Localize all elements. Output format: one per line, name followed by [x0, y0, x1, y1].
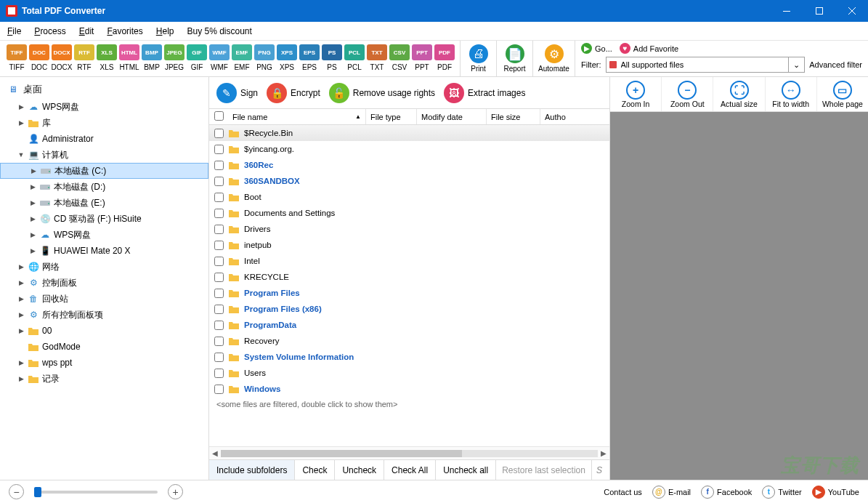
row-checkbox[interactable] — [214, 369, 224, 378]
row-checkbox[interactable] — [214, 289, 224, 298]
tree-toggle-icon[interactable]: ▶ — [17, 375, 25, 382]
tree-library[interactable]: ▶库 — [0, 115, 208, 131]
col-size[interactable]: File size — [487, 109, 540, 124]
zoom-slider[interactable] — [34, 491, 158, 494]
row-checkbox[interactable] — [214, 209, 224, 218]
row-checkbox[interactable] — [214, 353, 224, 362]
tree-toggle-icon[interactable]: ▶ — [29, 215, 36, 222]
menu-edit[interactable]: Edit — [79, 26, 94, 36]
tree-control[interactable]: ▶⚙控制面板 — [0, 275, 208, 291]
tree-toggle-icon[interactable]: ▶ — [29, 231, 36, 238]
advanced-filter-link[interactable]: Advanced filter — [809, 60, 862, 69]
row-checkbox[interactable] — [214, 257, 224, 266]
tree-godmode[interactable]: GodMode — [0, 339, 208, 355]
actual-size-button[interactable]: ⛶Actual size — [713, 77, 765, 111]
select-all-checkbox[interactable] — [214, 111, 224, 121]
tree-jilu[interactable]: ▶记录 — [0, 371, 208, 387]
encrypt-button[interactable]: 🔒Encrypt — [267, 83, 320, 103]
menu-help[interactable]: Help — [156, 26, 174, 36]
tab-uncheck[interactable]: Uncheck — [335, 460, 384, 480]
filtered-note[interactable]: <some files are filtered, double click t… — [209, 397, 609, 411]
tree-toggle-icon[interactable]: ▶ — [17, 103, 25, 110]
format-wmf[interactable]: WMFWMF — [208, 42, 230, 76]
tree-drive-d[interactable]: ▶本地磁盘 (D:) — [0, 179, 208, 195]
tree-drive-e[interactable]: ▶本地磁盘 (E:) — [0, 195, 208, 211]
row-checkbox[interactable] — [214, 241, 224, 250]
row-checkbox[interactable] — [214, 225, 224, 234]
scroll-thumb[interactable] — [221, 450, 462, 457]
print-button[interactable]: 🖨 Print — [461, 41, 497, 76]
tree-recycle[interactable]: ▶🗑回收站 — [0, 291, 208, 307]
row-checkbox[interactable] — [214, 129, 224, 138]
tree-toggle-icon[interactable]: ▶ — [17, 279, 25, 286]
tree-wpsppt[interactable]: ▶wps ppt — [0, 355, 208, 371]
file-row[interactable]: 360Rec — [209, 157, 609, 173]
file-row[interactable]: Intel — [209, 253, 609, 269]
format-pdf[interactable]: PDFPDF — [434, 42, 455, 76]
zoom-out-button[interactable]: −Zoom Out — [662, 77, 713, 111]
row-checkbox[interactable] — [214, 273, 224, 282]
format-gif[interactable]: GIFGIF — [186, 42, 208, 76]
facebook-link[interactable]: fFacebook — [701, 486, 752, 499]
contact-link[interactable]: Contact us — [604, 488, 642, 496]
file-row[interactable]: Users — [209, 365, 609, 381]
email-link[interactable]: @E-mail — [652, 486, 691, 499]
format-ps[interactable]: PSPS — [321, 42, 343, 76]
format-jpeg[interactable]: JPEGJPEG — [163, 42, 185, 76]
file-row[interactable]: Program Files — [209, 285, 609, 301]
tree-toggle-icon[interactable]: ▶ — [17, 119, 25, 126]
col-name[interactable]: File name▲ — [228, 109, 366, 124]
file-row[interactable]: Recovery — [209, 333, 609, 349]
format-csv[interactable]: CSVCSV — [389, 42, 410, 76]
file-row[interactable]: ProgramData — [209, 317, 609, 333]
youtube-link[interactable]: ▶YouTube — [812, 486, 859, 499]
tree-network[interactable]: ▶🌐网络 — [0, 259, 208, 275]
file-list[interactable]: $Recycle.Bin$yincang.org.360Rec360SANDBO… — [209, 125, 609, 446]
zoom-in-button[interactable]: +Zoom In — [610, 77, 662, 111]
tree-toggle-icon[interactable]: ▶ — [17, 327, 25, 334]
format-html[interactable]: HTMLHTML — [118, 42, 140, 76]
tree-zz[interactable]: ▶00 — [0, 323, 208, 339]
automate-button[interactable]: ⚙ Automate — [533, 41, 575, 76]
tree-computer[interactable]: ▼💻计算机 — [0, 147, 208, 163]
hscrollbar[interactable]: ◀ ▶ — [209, 446, 609, 459]
format-xps[interactable]: XPSXPS — [276, 42, 298, 76]
tree-toggle-icon[interactable]: ▼ — [17, 151, 25, 158]
col-author[interactable]: Autho — [540, 109, 609, 124]
tree-toggle-icon[interactable]: ▶ — [29, 247, 36, 254]
tree-wps-cloud2[interactable]: ▶☁WPS网盘 — [0, 227, 208, 243]
format-bmp[interactable]: BMPBMP — [141, 42, 163, 76]
tree-drive-c[interactable]: ▶本地磁盘 (C:) — [0, 163, 208, 179]
format-rtf[interactable]: RTFRTF — [73, 42, 95, 76]
format-emf[interactable]: EMFEMF — [231, 42, 253, 76]
tree-cd-f[interactable]: ▶💿CD 驱动器 (F:) HiSuite — [0, 211, 208, 227]
format-png[interactable]: PNGPNG — [253, 42, 275, 76]
extract-images-button[interactable]: 🖼Extract images — [444, 83, 525, 103]
format-txt[interactable]: TXTTXT — [366, 42, 388, 76]
tab-restore[interactable]: Restore last selection — [496, 460, 592, 480]
slider-thumb[interactable] — [34, 487, 41, 497]
format-doc[interactable]: DOCDOC — [28, 42, 50, 76]
format-tiff[interactable]: TIFFTIFF — [6, 42, 28, 76]
file-row[interactable]: System Volume Information — [209, 349, 609, 365]
report-button[interactable]: 📄 Report — [497, 41, 533, 76]
row-checkbox[interactable] — [214, 193, 224, 202]
row-checkbox[interactable] — [214, 337, 224, 346]
fit-width-button[interactable]: ↔Fit to width — [766, 77, 817, 111]
format-xls[interactable]: XLSXLS — [96, 42, 118, 76]
row-checkbox[interactable] — [214, 177, 224, 186]
tab-check[interactable]: Check — [295, 460, 335, 480]
file-row[interactable]: Drivers — [209, 221, 609, 237]
sign-button[interactable]: ✎Sign — [216, 83, 258, 103]
tree-toggle-icon[interactable]: ▶ — [17, 295, 25, 302]
row-checkbox[interactable] — [214, 321, 224, 330]
column-headers[interactable]: File name▲ File type Modify date File si… — [209, 109, 609, 125]
close-button[interactable] — [835, 0, 868, 22]
file-row[interactable]: KRECYCLE — [209, 269, 609, 285]
file-row[interactable]: Documents and Settings — [209, 205, 609, 221]
row-checkbox[interactable] — [214, 161, 224, 170]
scroll-left-icon[interactable]: ◀ — [212, 449, 218, 457]
go-button[interactable]: ▶Go... — [581, 43, 612, 54]
file-row[interactable]: 360SANDBOX — [209, 173, 609, 189]
menu-file[interactable]: File — [7, 26, 21, 36]
